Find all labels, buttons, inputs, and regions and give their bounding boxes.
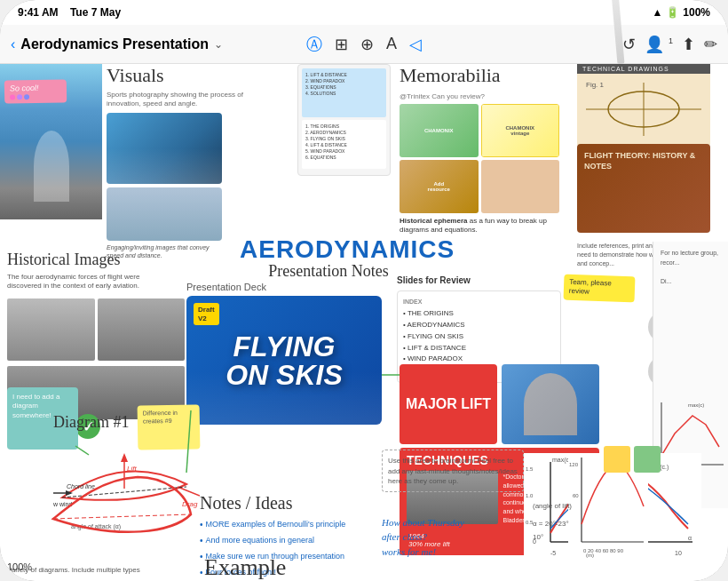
presentation-notes-title: Presentation Notes bbox=[240, 262, 417, 281]
technical-drawings-section: Technical Drawings Fig. 1 bbox=[577, 64, 719, 145]
text-tool-button[interactable]: Ⓐ bbox=[306, 34, 322, 55]
deck-mountains bbox=[186, 371, 382, 425]
svg-text:max(c): max(c) bbox=[688, 402, 704, 408]
status-date: Tue 7 May bbox=[70, 6, 121, 19]
battery-icon: 🔋 bbox=[666, 6, 679, 19]
handwritten-blue-2: after class? bbox=[382, 529, 524, 545]
sticky-note-cool: So cool! bbox=[4, 79, 67, 103]
bullet-1: • bbox=[200, 517, 203, 533]
memorabilia-section: Memorabilia @Trinitex Can you review? CH… bbox=[400, 64, 577, 235]
historical-images-desc: The four aerodynamic forces of flight we… bbox=[7, 273, 149, 291]
review-index-label: INDEX bbox=[403, 297, 555, 306]
toolbar-left: ‹ Aerodynamics Presentation ⌄ bbox=[11, 36, 299, 52]
wifi-icon: ▲ bbox=[652, 6, 662, 19]
svg-text:120: 120 bbox=[569, 462, 579, 467]
status-time: 9:41 AM bbox=[18, 6, 59, 19]
svg-text:10: 10 bbox=[675, 550, 682, 556]
svg-text:60: 60 bbox=[573, 493, 579, 498]
historical-images-title: Historical Images bbox=[7, 251, 185, 269]
bullet-2: • bbox=[200, 533, 203, 549]
edit-button[interactable]: ✏ bbox=[704, 35, 717, 54]
presentation-deck-label: Presentation Deck bbox=[186, 282, 382, 292]
document-title: Aerodynamics Presentation bbox=[20, 36, 209, 52]
back-button[interactable]: ‹ bbox=[11, 36, 15, 52]
svg-line-48 bbox=[53, 514, 191, 519]
svg-text:-5: -5 bbox=[550, 550, 556, 556]
add-button[interactable]: ⊕ bbox=[360, 35, 374, 54]
right-panel-text: For no lecture group, recor... Di... bbox=[661, 249, 721, 286]
technical-svg: Fig. 1 bbox=[577, 74, 710, 145]
technical-drawings-image: Fig. 1 bbox=[577, 74, 710, 145]
sticky-dots bbox=[10, 93, 61, 99]
diagram-title: Diagram #1 bbox=[53, 413, 195, 432]
memorabilia-item-4 bbox=[481, 160, 560, 213]
dot-1 bbox=[10, 94, 15, 99]
slide-mini-1: 1. LIFT & DISTANCE2. WIND PARADOX3. EQUA… bbox=[302, 68, 386, 117]
review-item-4: • LIFT & DISTANCE bbox=[403, 343, 555, 354]
memorabilia-caption: Historical ephemera as a fun way to brea… bbox=[400, 217, 559, 235]
note-item-1: • MORE examples of Bernoulli's principle bbox=[200, 517, 377, 533]
font-button[interactable]: A bbox=[386, 35, 397, 53]
svg-text:1.5: 1.5 bbox=[526, 466, 534, 472]
brainstorm-box: Use this area to brainstorm! Feel free t… bbox=[382, 450, 524, 492]
note-item-2: • And more equations in general bbox=[200, 533, 377, 549]
handwritten-blue-1: How about Thursday bbox=[382, 515, 524, 530]
handwritten-blue-3: works for me! bbox=[382, 545, 524, 560]
media-button[interactable]: ◁ bbox=[409, 35, 422, 54]
undo-button[interactable]: ↺ bbox=[622, 35, 636, 54]
note-text-2: And more equations in general bbox=[206, 533, 315, 547]
zoom-level: 100% bbox=[7, 561, 32, 572]
brainstorm-text: Use this area to brainstorm! Feel free t… bbox=[388, 457, 518, 484]
bullet-4: • bbox=[200, 565, 203, 581]
title-chevron-icon[interactable]: ⌄ bbox=[214, 38, 223, 51]
note-text-1: MORE examples of Bernoulli's principle bbox=[206, 517, 346, 531]
major-lift-card: MAJOR LIFT bbox=[400, 364, 497, 444]
status-time-date: 9:41 AM Tue 7 May bbox=[18, 6, 121, 19]
technical-drawings-header: Technical Drawings bbox=[577, 64, 710, 74]
thumb-strip bbox=[604, 446, 661, 473]
historical-photo-2 bbox=[98, 298, 186, 361]
sticky-cool-text: So cool! bbox=[10, 84, 39, 93]
team-note-text: Team, please review bbox=[569, 278, 612, 296]
historical-photo-1 bbox=[7, 298, 95, 361]
memorabilia-grid: CHAMONIX CHAMONIXvintage Addresource bbox=[400, 104, 559, 213]
grid-view-button[interactable]: ⊞ bbox=[335, 35, 348, 54]
review-item-3: • FLYING ON SKIS bbox=[403, 331, 555, 343]
device-frame: 9:41 AM Tue 7 May ▲ 🔋 100% ‹ Aerodynamic… bbox=[0, 0, 728, 581]
memorabilia-item-2: CHAMONIXvintage bbox=[481, 104, 560, 157]
handwritten-area: How about Thursday after class? works fo… bbox=[382, 515, 524, 560]
toolbar-right: ↺ 👤 1 ⬆ ✏ bbox=[429, 35, 717, 54]
bullet-3: • bbox=[200, 549, 203, 565]
angle-label-3: 10° bbox=[533, 533, 543, 541]
thumb-1 bbox=[604, 446, 630, 473]
deck-slide: DraftV2 FLYINGON SKIS bbox=[186, 296, 382, 425]
memorabilia-caption-bold: Historical ephemera bbox=[400, 217, 467, 225]
memorabilia-item-3: Addresource bbox=[400, 160, 479, 213]
people-button[interactable]: 👤 1 bbox=[645, 35, 673, 54]
slides-review-title: Slides for Review bbox=[397, 275, 561, 285]
share-button[interactable]: ⬆ bbox=[682, 35, 695, 54]
major-lift-text: MAJOR LIFT bbox=[406, 396, 491, 412]
team-note-sticky: Team, please review bbox=[564, 275, 636, 303]
status-indicators: ▲ 🔋 100% bbox=[652, 6, 710, 19]
angle-label-2: α = 20°-23° bbox=[533, 520, 569, 528]
svg-text:(m): (m) bbox=[586, 553, 594, 558]
review-item-1: • THE ORIGINS bbox=[403, 308, 555, 320]
visuals-description: Sports photography showing the process o… bbox=[107, 91, 249, 109]
book-title: FLIGHT THEORY: HISTORY & NOTES bbox=[584, 151, 703, 171]
draft-badge: DraftV2 bbox=[194, 303, 219, 325]
zoom-indicator: 100% bbox=[7, 561, 32, 572]
visuals-image-2 bbox=[107, 187, 222, 241]
visuals-section: Visuals Sports photography showing the p… bbox=[107, 64, 284, 259]
main-title-section: AERODYNAMICS Presentation Notes bbox=[240, 237, 417, 281]
memorabilia-source: @Trinitex Can you review? bbox=[400, 92, 577, 100]
dot-3 bbox=[24, 94, 29, 99]
dot-2 bbox=[17, 94, 22, 99]
review-item-2: • AERODYNAMICS bbox=[403, 320, 555, 331]
memorabilia-item-1: CHAMONIX bbox=[400, 104, 479, 157]
aerodynamics-title: AERODYNAMICS bbox=[240, 237, 417, 262]
example-label: Example bbox=[204, 554, 286, 581]
visuals-image-1 bbox=[107, 113, 222, 184]
memorabilia-title: Memorabilia bbox=[400, 64, 577, 87]
svg-text:1.0: 1.0 bbox=[526, 493, 534, 498]
